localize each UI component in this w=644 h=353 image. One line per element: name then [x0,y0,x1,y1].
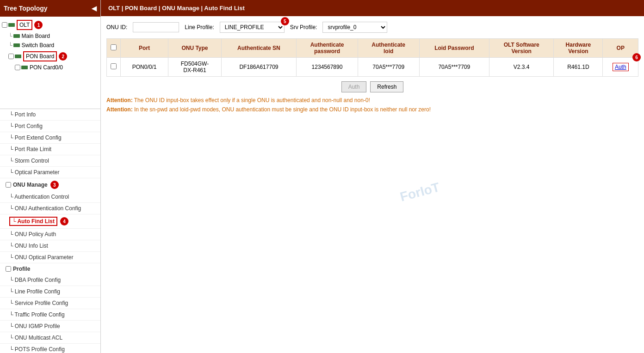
tree-checkbox-pon-board[interactable] [8,54,14,59]
tree-checkbox-pon-card[interactable] [15,65,20,70]
nav-storm-control[interactable]: └ Storm Control [0,155,100,167]
row-checkbox-cell [107,58,121,77]
pon-board-icon [15,55,21,58]
nav-port-config[interactable]: └ Port Config [0,121,100,132]
nav-onu-policy-auth[interactable]: └ ONU Policy Auth [0,229,100,240]
nav-onu-auth-config[interactable]: └ ONU Authentication Config [0,203,100,214]
row-hardware-version: R461.1D [554,58,603,77]
filter-row: ONU ID: Line Profile: LINE_PROFILE 5 Srv… [106,22,638,33]
nav-onu-optical-parameter[interactable]: └ ONU Optical Parameter [0,252,100,263]
tree-label-pon-card: PON Card0/0 [30,64,63,71]
th-olt-software-version: OLT SoftwareVersion [489,39,554,58]
badge-4: 4 [60,217,68,225]
nav-section-onu-manage: ONU Manage 3 [0,178,100,191]
nav-onu-igmp-profile[interactable]: └ ONU IGMP Profile [0,321,100,332]
badge-2: 2 [59,52,67,61]
th-authenticate-loid: Authenticateloid [358,39,419,58]
nav-section-profile: Profile [0,263,100,274]
nav-service-profile-config[interactable]: └ Service Profile Config [0,298,100,309]
nav-traffic-profile-config[interactable]: └ Traffic Profile Config [0,309,100,321]
line-profile-select[interactable]: LINE_PROFILE [220,22,285,33]
main-board-icon [13,34,20,38]
tree-checkbox-olt[interactable] [2,22,7,28]
olt-icon [8,23,15,27]
nav-pots-profile-config[interactable]: └ POTS Profile Config [0,344,100,353]
onu-table: Port ONU Type Authenticate SN Authentica… [106,38,638,77]
auto-find-list-label: └ Auto Find List [9,217,57,226]
th-onu-type: ONU Type [168,39,222,58]
attention-1: Attention: The ONU ID input-box takes ef… [106,97,638,103]
nav-port-extend-config[interactable]: └ Port Extend Config [0,132,100,144]
onu-id-input[interactable] [133,22,179,32]
badge-1: 1 [34,21,43,29]
row-auth-loid: 70A5***7709 [358,58,419,77]
th-loid-password: Loid Password [419,39,489,58]
tree-area: OLT 1 └ Main Board └ Switch Board PON Bo… [0,17,100,109]
row-op: Auth 6 [603,58,638,77]
nav-optical-parameter[interactable]: └ Optical Parameter [0,167,100,178]
switch-board-icon [13,43,20,47]
tree-label-switch-board: Switch Board [22,42,55,49]
tree-item-switch-board[interactable]: └ Switch Board [0,41,100,50]
nav-onu-multicast-acl[interactable]: └ ONU Multicast ACL [0,332,100,344]
row-port: PON0/0/1 [121,58,168,77]
nav-dba-profile-config[interactable]: └ DBA Profile Config [0,274,100,286]
tree-item-pon-board[interactable]: PON Board 2 [0,50,100,63]
nav-line-profile-config[interactable]: └ Line Profile Config [0,286,100,298]
auth-button[interactable]: Auth [341,81,367,92]
th-authenticate-sn: Authenticate SN [221,39,296,58]
refresh-button[interactable]: Refresh [370,81,403,92]
main-content: OLT | PON Board | ONU Manage | Auto Find… [101,0,644,353]
row-auth-password: 1234567890 [297,58,358,77]
tree-label-pon-board: PON Board [23,51,57,61]
tree-item-main-board[interactable]: └ Main Board [0,31,100,41]
sidebar-header: Tree Topology ◀ [0,0,100,17]
nav-onu-info-list[interactable]: └ ONU Info List [0,240,100,252]
row-olt-software: V2.3.4 [489,58,554,77]
sidebar: Tree Topology ◀ OLT 1 └ Main Board └ S [0,0,101,353]
auth-link[interactable]: Auth [613,63,629,71]
line-profile-label: Line Profile: [185,24,214,30]
srv-profile-label: Srv Profile: [290,24,317,30]
action-row: Auth Refresh [106,81,638,92]
nav-auto-find-list[interactable]: └ Auto Find List 4 [0,214,100,229]
select-all-checkbox[interactable] [111,44,117,50]
tree-item-pon-card[interactable]: PON Card0/0 [0,63,100,72]
nav-port-info[interactable]: └ Port Info [0,109,100,121]
sidebar-collapse-icon[interactable]: ◀ [92,5,97,12]
nav-menu: └ Port Info └ Port Config └ Port Extend … [0,109,100,353]
badge-5: 5 [281,17,289,25]
badge-6: 6 [632,53,641,61]
nav-port-rate-limit[interactable]: └ Port Rate Limit [0,144,100,155]
onu-manage-label: ONU Manage [13,182,48,188]
tree-item-olt[interactable]: OLT 1 [0,18,100,31]
profile-label: Profile [13,266,30,272]
th-hardware-version: HardwareVersion [554,39,603,58]
watermark: ForIoT [398,180,441,204]
nav-authentication-control[interactable]: └ Authentication Control [0,191,100,203]
row-auth-sn: DF186A617709 [221,58,296,77]
row-loid-password: 70A5***7709 [419,58,489,77]
table-row: PON0/0/1 FD504GW-DX-R461 DF186A617709 12… [107,58,638,77]
content-body: ForIoT ONU ID: Line Profile: LINE_PROFIL… [101,16,644,353]
th-checkbox [107,39,121,58]
onu-manage-checkbox[interactable] [6,182,11,188]
onu-id-label: ONU ID: [106,24,127,30]
th-authenticate-password: Authenticatepassword [297,39,358,58]
profile-checkbox[interactable] [6,266,11,272]
pon-card-icon [21,66,28,69]
row-checkbox[interactable] [111,63,117,69]
sidebar-title: Tree Topology [4,5,48,12]
tree-label-olt: OLT [17,20,32,30]
srv-profile-select[interactable]: srvprofile_0 [322,22,387,33]
th-port: Port [121,39,168,58]
attention-2: Attention: In the sn-pwd and loid-pwd mo… [106,106,638,113]
breadcrumb: OLT | PON Board | ONU Manage | Auto Find… [101,0,644,16]
badge-3: 3 [50,181,59,189]
tree-label-main-board: Main Board [22,33,50,39]
row-onu-type: FD504GW-DX-R461 [168,58,222,77]
